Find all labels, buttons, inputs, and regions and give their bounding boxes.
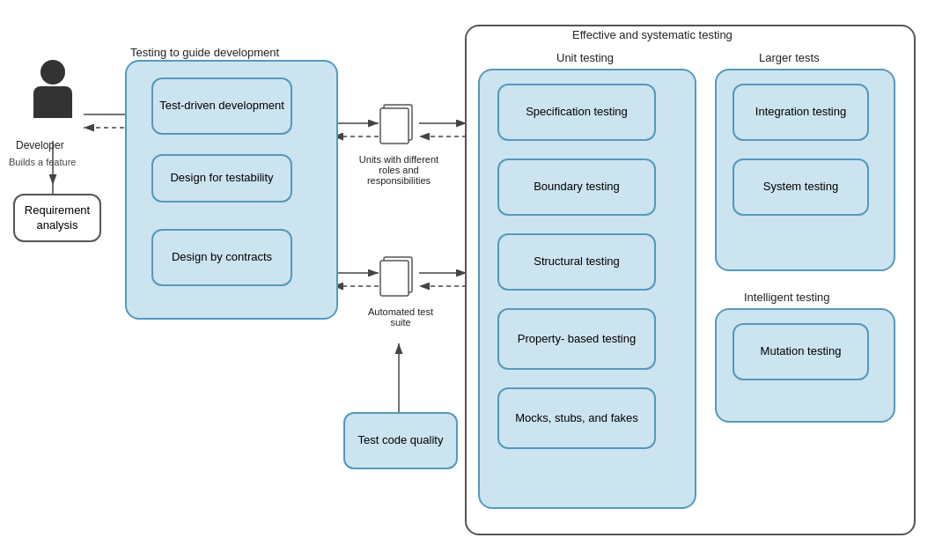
svg-rect-18 [380, 261, 409, 296]
design-contracts-box: Design by contracts [151, 229, 292, 286]
automated-label: Automated test suite [357, 306, 445, 328]
effective-label: Effective and systematic testing [572, 28, 733, 41]
test-driven-label: Test-driven development [159, 99, 284, 114]
developer-label: Developer [16, 139, 64, 151]
larger-tests-outer: Integration testing System testing [715, 69, 895, 271]
test-code-quality-box: Test code quality [343, 412, 458, 469]
testing-guide-outer: Test-driven development Design for testa… [125, 60, 338, 320]
boundary-testing-box: Boundary testing [497, 158, 656, 216]
intelligent-testing-label: Intelligent testing [744, 291, 830, 304]
builds-feature-label: Builds a feature [9, 157, 76, 167]
requirement-analysis-box: Requirement analysis [13, 194, 101, 242]
property-based-label: Property- based testing [518, 332, 636, 347]
test-driven-box: Test-driven development [151, 77, 292, 135]
system-testing-label: System testing [763, 180, 838, 195]
system-testing-box: System testing [733, 158, 869, 216]
requirement-analysis-label: Requirement analysis [15, 203, 99, 233]
mutation-testing-label: Mutation testing [761, 344, 842, 359]
design-testability-box: Design for testability [151, 154, 292, 203]
integration-testing-box: Integration testing [733, 84, 869, 141]
diagram: Developer Builds a feature Requirement a… [0, 0, 935, 560]
document-icon-1 [379, 101, 419, 157]
testing-guide-label: Testing to guide development [130, 46, 279, 59]
design-contracts-label: Design by contracts [172, 250, 272, 265]
mocks-stubs-label: Mocks, stubs, and fakes [515, 411, 637, 426]
specification-testing-box: Specification testing [497, 84, 656, 141]
boundary-testing-label: Boundary testing [534, 180, 620, 195]
unit-testing-outer: Specification testing Boundary testing S… [478, 69, 696, 509]
property-based-box: Property- based testing [497, 308, 656, 370]
integration-testing-label: Integration testing [755, 105, 846, 120]
larger-tests-label: Larger tests [759, 51, 820, 64]
test-code-quality-label: Test code quality [358, 433, 444, 448]
developer-body [33, 86, 72, 118]
intelligent-testing-outer: Mutation testing [715, 308, 895, 423]
developer-figure [26, 60, 79, 130]
mocks-stubs-box: Mocks, stubs, and fakes [497, 387, 656, 449]
developer-head [40, 60, 65, 85]
specification-testing-label: Specification testing [526, 105, 628, 120]
svg-rect-16 [380, 108, 409, 144]
mutation-testing-box: Mutation testing [733, 323, 869, 380]
structural-testing-box: Structural testing [497, 233, 656, 291]
document-icon-2 [379, 254, 419, 309]
units-label: Units with different roles and responsib… [355, 154, 443, 186]
structural-testing-label: Structural testing [534, 254, 620, 269]
design-testability-label: Design for testability [170, 171, 273, 186]
unit-testing-label: Unit testing [556, 51, 614, 64]
